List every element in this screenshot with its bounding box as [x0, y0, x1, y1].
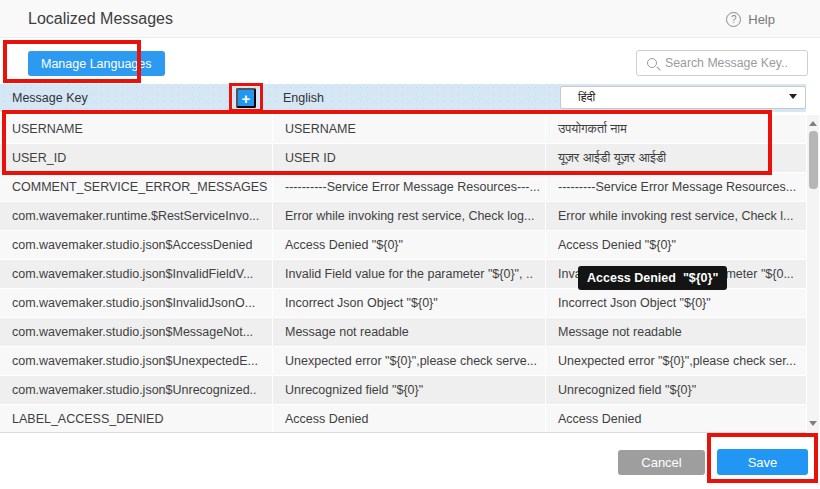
save-button[interactable]: Save: [717, 449, 808, 475]
column-header-english: English: [283, 84, 324, 112]
table-row[interactable]: COMMENT_SERVICE_ERROR_MESSAGES ---------…: [0, 173, 806, 201]
hindi-value-cell[interactable]: Unrecognized field "${0}": [546, 376, 806, 404]
page-title: Localized Messages: [28, 0, 173, 38]
hindi-value-cell[interactable]: Message not readable: [546, 318, 806, 346]
table-row[interactable]: com.wavemaker.studio.json$InvalidJsonO..…: [0, 289, 806, 317]
hindi-value-cell[interactable]: ---------Service Error Message Resources…: [546, 173, 806, 201]
english-value-cell[interactable]: Unrecognized field "${0}": [273, 376, 545, 404]
table-row[interactable]: USER_ID USER ID यूज़र आईडी यूज़र आईडी: [0, 144, 806, 172]
scrollbar-thumb[interactable]: [809, 131, 818, 189]
add-language-button[interactable]: +: [236, 88, 256, 108]
table-row[interactable]: com.wavemaker.studio.json$MessageNot... …: [0, 318, 806, 346]
english-value-cell[interactable]: USERNAME: [273, 115, 545, 143]
table-row[interactable]: USERNAME USERNAME उपयोगकर्ता नाम: [0, 115, 806, 143]
message-key-cell[interactable]: com.wavemaker.studio.json$InvalidFieldV.…: [0, 260, 272, 288]
english-value-cell[interactable]: Unexpected error "${0}",please check ser…: [273, 347, 545, 375]
manage-languages-button[interactable]: Manage Languages: [28, 51, 165, 76]
message-key-cell[interactable]: com.wavemaker.studio.json$Unrecognized..: [0, 376, 272, 404]
table-row[interactable]: com.wavemaker.runtime.$RestServiceInvo..…: [0, 202, 806, 230]
hindi-value-cell[interactable]: Access Denied: [546, 405, 806, 433]
message-key-cell[interactable]: USER_ID: [0, 144, 272, 172]
search-box: [636, 50, 808, 76]
message-key-cell[interactable]: com.wavemaker.studio.json$AccessDenied: [0, 231, 272, 259]
table-row[interactable]: LABEL_ACCESS_DENIED Access Denied Access…: [0, 405, 806, 433]
table-row[interactable]: com.wavemaker.studio.json$AccessDenied A…: [0, 231, 806, 259]
hindi-value-cell[interactable]: यूज़र आईडी यूज़र आईडी: [546, 144, 806, 172]
hindi-value-cell[interactable]: उपयोगकर्ता नाम: [546, 115, 806, 143]
hindi-value-cell[interactable]: Access Denied "${0}": [546, 231, 806, 259]
hindi-value-cell[interactable]: Error while invoking rest service, Check…: [546, 202, 806, 230]
message-key-cell[interactable]: com.wavemaker.studio.json$InvalidJsonO..…: [0, 289, 272, 317]
english-value-cell[interactable]: USER ID: [273, 144, 545, 172]
message-key-cell[interactable]: COMMENT_SERVICE_ERROR_MESSAGES: [0, 173, 272, 201]
column-header-message-key: Message Key: [12, 84, 88, 112]
english-value-cell[interactable]: Error while invoking rest service, Check…: [273, 202, 545, 230]
hindi-value-cell[interactable]: Unexpected error "${0}",please check ser…: [546, 347, 806, 375]
table-row[interactable]: com.wavemaker.studio.json$Unrecognized..…: [0, 376, 806, 404]
hindi-value-cell[interactable]: Incorrect Json Object "${0}": [546, 289, 806, 317]
grid-header: Message Key + English हिंदी: [0, 84, 806, 112]
message-key-cell[interactable]: com.wavemaker.runtime.$RestServiceInvo..…: [0, 202, 272, 230]
table-row[interactable]: com.wavemaker.studio.json$UnexpectedE...…: [0, 347, 806, 375]
tooltip: Access Denied "${0}": [578, 266, 727, 290]
language-select[interactable]: हिंदी: [560, 86, 806, 109]
vertical-scrollbar[interactable]: [807, 115, 819, 432]
message-key-cell[interactable]: LABEL_ACCESS_DENIED: [0, 405, 272, 433]
english-value-cell[interactable]: Access Denied "${0}": [273, 231, 545, 259]
localized-messages-dialog: Localized Messages ? Help Manage Languag…: [0, 0, 820, 489]
scroll-down-icon[interactable]: [809, 421, 817, 426]
search-icon: [647, 58, 657, 68]
language-select-value: हिंदी: [578, 90, 595, 104]
message-key-cell[interactable]: com.wavemaker.studio.json$MessageNot...: [0, 318, 272, 346]
chevron-down-icon: [789, 94, 797, 99]
english-value-cell[interactable]: Message not readable: [273, 318, 545, 346]
message-key-cell[interactable]: USERNAME: [0, 115, 272, 143]
cancel-button[interactable]: Cancel: [618, 450, 705, 475]
scroll-up-icon[interactable]: [809, 121, 817, 126]
english-value-cell[interactable]: ----------Service Error Message Resource…: [273, 173, 545, 201]
search-input[interactable]: [657, 56, 787, 70]
help-icon: ?: [726, 12, 741, 27]
help-label: Help: [748, 12, 775, 27]
message-key-cell[interactable]: com.wavemaker.studio.json$UnexpectedE...: [0, 347, 272, 375]
english-value-cell[interactable]: Invalid Field value for the parameter "$…: [273, 260, 545, 288]
english-value-cell[interactable]: Access Denied: [273, 405, 545, 433]
english-value-cell[interactable]: Incorrect Json Object "${0}": [273, 289, 545, 317]
help-button[interactable]: ? Help: [726, 0, 775, 38]
title-bar: Localized Messages ? Help: [0, 0, 820, 38]
